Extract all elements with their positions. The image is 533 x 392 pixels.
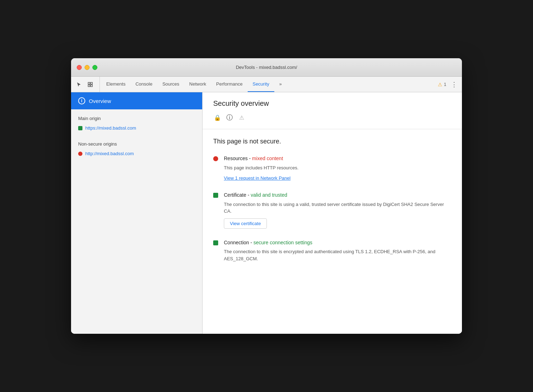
certificate-title: Certificate - valid and trusted [224,192,451,199]
green-square-indicator-conn [213,240,218,245]
nonsecure-origin-url[interactable]: http://mixed.badssl.com [85,151,134,156]
cursor-icon[interactable] [74,80,84,89]
info-icon: ⓘ [225,113,234,122]
red-dot-indicator [213,156,218,161]
tab-elements[interactable]: Elements [101,77,130,92]
green-square-icon [78,126,82,130]
devtools-toolbar: Elements Console Sources Network Perform… [71,77,462,92]
info-circle-icon: i [78,97,85,104]
nonsecure-origins-label: Non-secure origins [78,141,195,147]
more-options-button[interactable]: ⋮ [449,80,459,89]
sidebar-nonsecure-origin-item[interactable]: http://mixed.badssl.com [78,149,195,158]
content-body: This page is not secure. Resources - mix… [203,129,462,285]
tab-performance[interactable]: Performance [211,77,247,92]
close-button[interactable] [77,65,82,70]
tab-security[interactable]: Security [248,77,274,92]
tab-more[interactable]: » [274,77,287,92]
svg-rect-0 [88,82,90,84]
connection-title: Connection - secure connection settings [224,239,451,246]
sidebar: i Overview Main origin https://mixed.bad… [71,92,203,334]
red-circle-icon [78,152,82,156]
connection-content: Connection - secure connection settings … [224,239,451,266]
certificate-item: Certificate - valid and trusted The conn… [213,192,451,229]
tab-sources[interactable]: Sources [157,77,184,92]
resources-desc: This page includes HTTP resources. [224,164,451,172]
svg-rect-2 [88,85,90,87]
traffic-lights [77,65,97,70]
toolbar-tabs: Elements Console Sources Network Perform… [101,77,435,92]
green-square-indicator [213,193,218,198]
connection-status: secure connection settings [253,240,312,245]
svg-rect-1 [91,82,92,84]
view-certificate-button[interactable]: View certificate [224,218,267,229]
certificate-status: valid and trusted [251,192,287,198]
main-panel: Security overview 🔒 ⓘ ⚠ This page is not… [203,92,462,334]
sidebar-main-origin-section: Main origin https://mixed.badssl.com [71,109,202,135]
tab-network[interactable]: Network [184,77,211,92]
active-indicator [227,122,234,126]
tab-console[interactable]: Console [130,77,157,92]
lock-icon: 🔒 [213,113,222,122]
minimize-button[interactable] [85,65,90,70]
inspect-icon[interactable] [85,80,95,89]
connection-item: Connection - secure connection settings … [213,239,451,266]
maximize-button[interactable] [92,65,97,70]
main-origin-label: Main origin [78,116,195,121]
devtools-window: DevTools - mixed.badssl.com/ Elements [71,58,462,334]
resources-item: Resources - mixed content This page incl… [213,155,451,181]
titlebar: DevTools - mixed.badssl.com/ [71,58,462,77]
resources-content: Resources - mixed content This page incl… [224,155,451,181]
devtools-body: i Overview Main origin https://mixed.bad… [71,92,462,334]
certificate-desc: The connection to this site is using a v… [224,201,451,215]
resources-title: Resources - mixed content [224,155,451,162]
resources-status: mixed content [252,156,283,161]
security-header: Security overview 🔒 ⓘ ⚠ [203,92,462,129]
page-status: This page is not secure. [213,138,451,145]
warning-icon: ⚠ [438,82,442,87]
view-network-panel-link[interactable]: View 1 request in Network Panel [224,175,291,181]
svg-rect-3 [91,85,92,87]
warning-badge[interactable]: ⚠ 1 [438,82,446,87]
sidebar-overview-item[interactable]: i Overview [71,92,202,109]
lock-icon-wrap: 🔒 [213,113,222,125]
security-overview-title: Security overview [213,99,451,108]
toolbar-right: ⚠ 1 ⋮ [435,77,459,92]
sidebar-main-origin-item[interactable]: https://mixed.badssl.com [78,124,195,132]
security-icons-row: 🔒 ⓘ ⚠ [213,113,451,129]
main-origin-url[interactable]: https://mixed.badssl.com [85,125,136,131]
triangle-warning-icon: ⚠ [237,113,246,122]
connection-desc: The connection to this site is encrypted… [224,248,451,262]
window-title: DevTools - mixed.badssl.com/ [236,65,297,70]
toolbar-icons [74,77,100,92]
certificate-content: Certificate - valid and trusted The conn… [224,192,451,229]
sidebar-nonsecure-section: Non-secure origins http://mixed.badssl.c… [71,135,202,160]
warning-icon-wrap: ⚠ [237,113,246,125]
info-icon-wrap: ⓘ [225,113,234,125]
